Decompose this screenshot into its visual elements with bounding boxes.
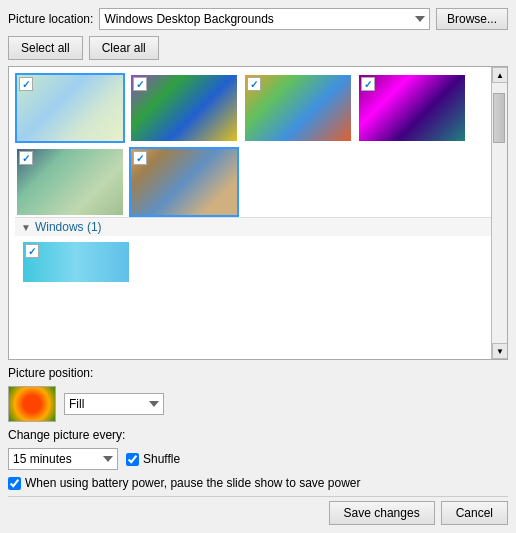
scroll-down-button[interactable]: ▼ <box>492 343 507 359</box>
wallpapers-row-2 <box>15 147 501 217</box>
wallpapers-row-1 <box>15 73 501 143</box>
section-arrow-icon: ▼ <box>21 222 31 233</box>
wallpaper-checkbox[interactable] <box>19 77 33 91</box>
picture-location-dropdown[interactable]: Windows Desktop Backgrounds <box>99 8 430 30</box>
scroll-track <box>492 83 507 343</box>
bottom-buttons-row: Save changes Cancel <box>8 496 508 525</box>
clear-all-button[interactable]: Clear all <box>89 36 159 60</box>
wallpaper-item[interactable] <box>21 240 131 280</box>
grid-and-scrollbar: ▼ Windows (1) ▲ ▼ <box>9 67 507 359</box>
interval-dropdown[interactable]: 10 seconds 30 seconds 1 minute 2 minutes… <box>8 448 118 470</box>
wallpaper-checkbox[interactable] <box>19 151 33 165</box>
wallpaper-item[interactable] <box>243 73 353 143</box>
windows-section <box>15 236 501 284</box>
wallpaper-item[interactable] <box>129 73 239 143</box>
scroll-thumb[interactable] <box>493 93 505 143</box>
wallpaper-checkbox[interactable] <box>25 244 39 258</box>
wallpaper-item[interactable] <box>15 147 125 217</box>
browse-button[interactable]: Browse... <box>436 8 508 30</box>
preview-thumbnail <box>8 386 56 422</box>
picture-position-label: Picture position: <box>8 366 93 380</box>
battery-label: When using battery power, pause the slid… <box>25 476 361 490</box>
position-dropdown[interactable]: Fill Fit Stretch Tile Center <box>64 393 164 415</box>
wallpaper-scroll-area[interactable]: ▼ Windows (1) <box>9 67 507 359</box>
wallpaper-item[interactable] <box>15 73 125 143</box>
picture-location-label: Picture location: <box>8 12 93 26</box>
change-picture-label-row: Change picture every: <box>8 428 508 442</box>
wallpaper-checkbox[interactable] <box>133 77 147 91</box>
cancel-button[interactable]: Cancel <box>441 501 508 525</box>
windows-section-header[interactable]: ▼ Windows (1) <box>15 217 501 236</box>
shuffle-row: Shuffle <box>126 452 180 466</box>
selection-buttons-row: Select all Clear all <box>8 36 508 60</box>
wallpaper-grid-container: ▼ Windows (1) ▲ ▼ <box>8 66 508 360</box>
save-changes-button[interactable]: Save changes <box>329 501 435 525</box>
wallpaper-item[interactable] <box>357 73 467 143</box>
wallpaper-checkbox[interactable] <box>361 77 375 91</box>
shuffle-checkbox[interactable] <box>126 453 139 466</box>
wallpaper-checkbox[interactable] <box>247 77 261 91</box>
picture-position-controls: Fill Fit Stretch Tile Center <box>8 386 508 422</box>
shuffle-label[interactable]: Shuffle <box>143 452 180 466</box>
select-all-button[interactable]: Select all <box>8 36 83 60</box>
picture-location-row: Picture location: Windows Desktop Backgr… <box>8 8 508 30</box>
battery-row: When using battery power, pause the slid… <box>8 476 508 490</box>
picture-position-row: Picture position: <box>8 366 508 380</box>
wallpaper-item[interactable] <box>129 147 239 217</box>
scrollbar: ▲ ▼ <box>491 67 507 359</box>
windows-section-label: Windows (1) <box>35 220 102 234</box>
wallpaper-checkbox[interactable] <box>133 151 147 165</box>
battery-checkbox[interactable] <box>8 477 21 490</box>
change-picture-controls: 10 seconds 30 seconds 1 minute 2 minutes… <box>8 448 508 470</box>
main-container: Picture location: Windows Desktop Backgr… <box>0 0 516 533</box>
change-picture-label: Change picture every: <box>8 428 125 442</box>
scroll-up-button[interactable]: ▲ <box>492 67 507 83</box>
